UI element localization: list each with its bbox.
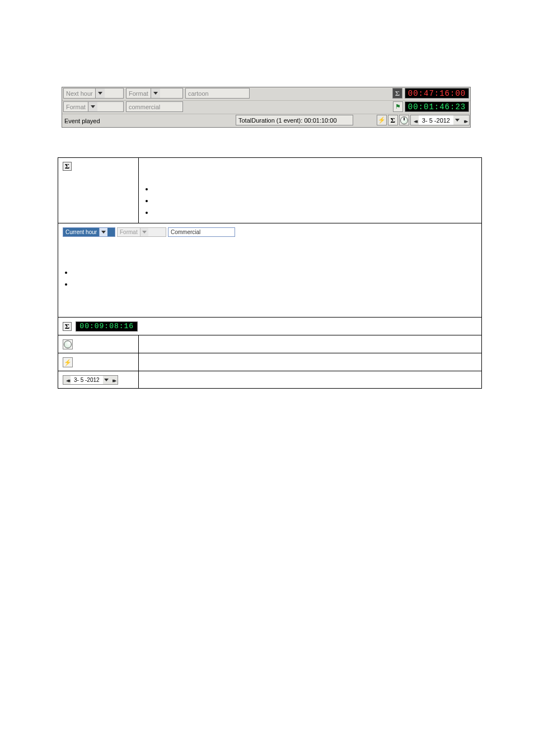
subformat-value-2: commercial (129, 104, 160, 110)
sweep-icon (64, 340, 72, 348)
legend-bullets-2 (73, 267, 477, 289)
dropdown-icon[interactable] (95, 88, 105, 98)
subformat-value-1: cartoon (188, 90, 209, 97)
total-duration-box: TotalDuration (1 event): 00:01:10:00 (236, 115, 353, 125)
bullet (153, 195, 477, 206)
playlist-top-bar: Next hour Format cartoon 00:47:16:00 For… (62, 87, 471, 128)
clear-button-mini[interactable] (63, 339, 73, 349)
traffic-date-text: 3- 5 -2012 (419, 117, 453, 124)
date-next-button[interactable] (110, 376, 118, 384)
chevrons-left-icon (66, 376, 68, 384)
format-label-1: Format (127, 90, 151, 97)
chevrons-left-icon (414, 117, 416, 124)
counter-start-icon-box[interactable] (393, 101, 403, 112)
sigma-icon (391, 116, 396, 125)
dropdown-icon[interactable] (99, 228, 107, 236)
format-duration-tc: 00:09:08:16 (76, 321, 138, 332)
legend-row-sigma (58, 158, 482, 223)
bullet (73, 279, 477, 289)
bolt-icon (64, 357, 72, 367)
dropdown-icon[interactable] (88, 102, 97, 111)
remaining-hour-tc-value: 00:47:16:00 (408, 89, 466, 98)
format-dropdown-2[interactable]: Format (63, 101, 124, 112)
date-prev-button[interactable] (411, 115, 419, 125)
sweep-icon (400, 116, 408, 124)
time-range-mini-bar: Current hour Format Commercial (63, 227, 235, 237)
bullet (73, 267, 477, 277)
next-hour-dropdown[interactable]: Next hour (63, 88, 124, 99)
date-dropdown-button[interactable] (103, 376, 110, 384)
cue-button-mini[interactable] (63, 357, 73, 367)
total-duration-text: TotalDuration (1 event): 00:01:10:00 (238, 117, 337, 124)
subformat-field-2: commercial (126, 101, 183, 112)
format-dropdown-mini[interactable]: Format (117, 227, 166, 237)
top-row-2: Format commercial 00:01:46:23 (62, 101, 470, 114)
chevrons-right-icon (113, 376, 115, 384)
event-status: Event played (62, 114, 235, 127)
remaining-format-tc: 00:01:46:23 (405, 101, 469, 112)
flag-icon (395, 103, 401, 110)
subformat-field-1: cartoon (185, 88, 250, 99)
format-label-mini: Format (118, 228, 140, 236)
sigma-icon (395, 89, 400, 98)
top-row-3: Event played TotalDuration (1 event): 00… (62, 114, 470, 127)
sigma-button[interactable] (388, 115, 398, 125)
legend-row-clear (58, 335, 482, 353)
date-next-button[interactable] (461, 115, 469, 125)
traffic-date-picker[interactable]: 3- 5 -2012 (410, 115, 470, 125)
remaining-hour-tc: 00:47:16:00 (405, 88, 469, 99)
legend-row-timerange: Current hour Format Commercial (58, 223, 482, 318)
sigma-icon-box (63, 322, 72, 331)
subformat-text-mini: Commercial (168, 227, 235, 237)
sigma-button-red[interactable] (392, 88, 402, 99)
clear-button[interactable] (399, 115, 409, 125)
sigma-icon (65, 161, 70, 172)
current-hour-dropdown[interactable]: Current hour (63, 227, 115, 237)
subformat-mini-value: Commercial (171, 228, 200, 236)
next-hour-label: Next hour (64, 90, 95, 97)
event-status-text: Event played (64, 118, 100, 124)
current-hour-label: Current hour (63, 228, 99, 236)
dropdown-icon[interactable] (140, 228, 148, 236)
legend-row-sigma-tc: 00:09:08:16 (58, 318, 482, 335)
date-picker-mini[interactable]: 3- 5 -2012 (63, 375, 118, 385)
format-dropdown-1[interactable]: Format (126, 88, 183, 99)
legend-row-cue (58, 353, 482, 371)
bullet (153, 207, 477, 217)
cue-button[interactable] (377, 115, 387, 125)
format-duration-tc-value: 00:09:08:16 (79, 321, 134, 332)
chevrons-right-icon (464, 117, 466, 124)
top-row-1: Next hour Format cartoon 00:47:16:00 (62, 87, 470, 101)
sigma-icon (65, 321, 70, 332)
format-label-2: Format (64, 104, 88, 110)
dropdown-icon[interactable] (151, 88, 160, 98)
legend-table: Current hour Format Commercial (58, 157, 482, 389)
bullet (153, 184, 477, 194)
date-prev-button[interactable] (63, 376, 71, 384)
date-dropdown-button[interactable] (453, 115, 461, 125)
legend-bullets-1 (153, 184, 477, 217)
date-text-mini: 3- 5 -2012 (71, 376, 103, 384)
legend-row-date: 3- 5 -2012 (58, 371, 482, 388)
sigma-icon-box (63, 162, 72, 171)
remaining-format-tc-value: 00:01:46:23 (408, 102, 466, 111)
bolt-icon (378, 116, 386, 124)
